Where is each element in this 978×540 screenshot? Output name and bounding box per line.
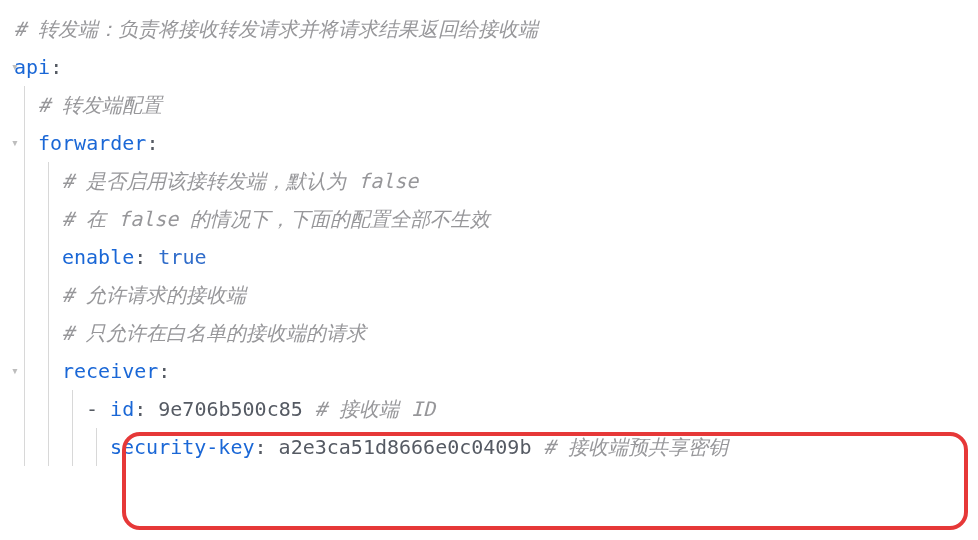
code-line: ▾ forwarder: [14,124,978,162]
code-line: # 是否启用该接转发端，默认为 false [14,162,978,200]
code-line: # 转发端：负责将接收转发请求并将请求结果返回给接收端 [14,10,978,48]
code-block: # 转发端：负责将接收转发请求并将请求结果返回给接收端 ▾ api: # 转发端… [0,0,978,476]
yaml-colon: : [50,48,62,86]
comment-text: # 只允许在白名单的接收端的请求 [62,314,366,352]
yaml-key: forwarder [38,124,146,162]
yaml-key: id [110,390,134,428]
comment-text: # 转发端：负责将接收转发请求并将请求结果返回给接收端 [14,10,538,48]
code-line: security-key: a2e3ca51d8666e0c0409b # 接收… [14,428,978,466]
comment-text: # 转发端配置 [38,86,162,124]
yaml-colon: : [134,390,158,428]
yaml-value: 9e706b500c85 [158,390,303,428]
code-line: # 只允许在白名单的接收端的请求 [14,314,978,352]
yaml-value: true [158,238,206,276]
yaml-key: enable [62,238,134,276]
yaml-colon: : [134,238,158,276]
yaml-colon: : [146,124,158,162]
code-line: ▾ receiver: [14,352,978,390]
comment-text: # 允许请求的接收端 [62,276,246,314]
yaml-colon: : [158,352,170,390]
comment-text: # 接收端 ID [315,390,435,428]
comment-text: # 接收端预共享密钥 [544,428,728,466]
fold-icon[interactable]: ▾ [10,57,20,77]
yaml-value: a2e3ca51d8666e0c0409b [279,428,532,466]
yaml-key: receiver [62,352,158,390]
code-line: ▾ api: [14,48,978,86]
yaml-key: security-key [110,428,255,466]
yaml-colon: : [255,428,279,466]
comment-text: # 在 false 的情况下，下面的配置全部不生效 [62,200,490,238]
yaml-dash: - [86,390,110,428]
code-line: # 转发端配置 [14,86,978,124]
code-line: # 允许请求的接收端 [14,276,978,314]
code-line: # 在 false 的情况下，下面的配置全部不生效 [14,200,978,238]
code-line: enable: true [14,238,978,276]
comment-text: # 是否启用该接转发端，默认为 false [62,162,418,200]
code-line: - id: 9e706b500c85 # 接收端 ID [14,390,978,428]
